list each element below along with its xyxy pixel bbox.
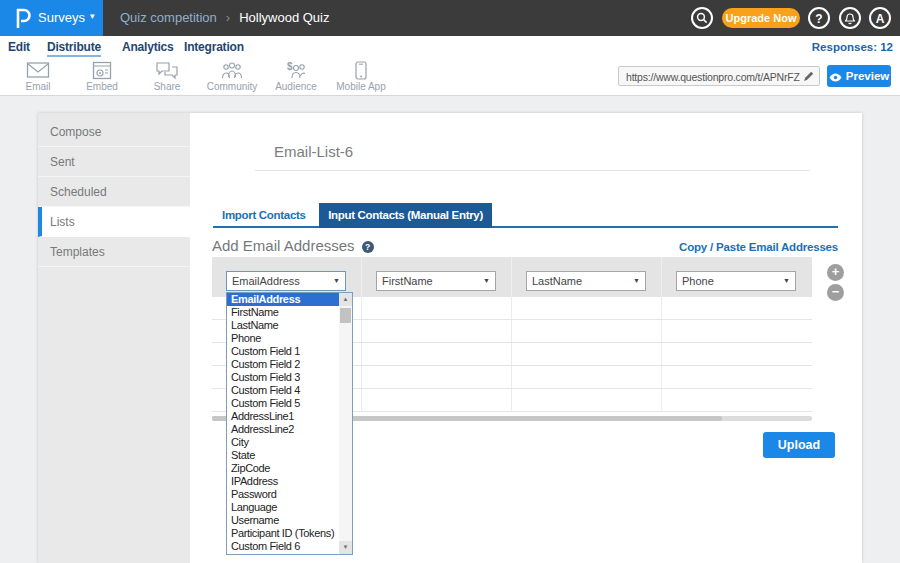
edit-url-pencil-icon[interactable] [803, 71, 814, 82]
dropdown-option[interactable]: City [227, 436, 339, 449]
grid-cell[interactable] [662, 366, 812, 388]
sidebar-item-lists[interactable]: Lists [38, 207, 190, 237]
grid-header: EmailAddress ▼ FirstName ▼ [212, 257, 812, 297]
distribute-toolbar: Email Embed Share [0, 58, 900, 96]
dropdown-option[interactable]: Custom Field 6 [227, 540, 339, 553]
grid-cell[interactable] [512, 343, 662, 365]
share-icon [155, 61, 179, 80]
grid-cell[interactable] [362, 366, 512, 388]
search-icon [696, 12, 708, 24]
grid-cell[interactable] [362, 297, 512, 319]
grid-cell[interactable] [512, 297, 662, 319]
svg-text:$: $ [287, 61, 293, 72]
page: Surveys ▾ Quiz competition›Hollywood Qui… [0, 0, 900, 563]
help-button[interactable]: ? [808, 7, 830, 29]
survey-nav: Edit Distribute Analytics Integration Re… [0, 36, 900, 58]
dropdown-option[interactable]: Custom Field 4 [227, 384, 339, 397]
responses-count[interactable]: Responses: 12 [812, 41, 893, 53]
dropdown-option[interactable]: IPAddress [227, 475, 339, 488]
select-arrow-icon: ▼ [333, 272, 340, 290]
dropdown-option[interactable]: Custom Field 3 [227, 371, 339, 384]
audience-icon: $ [284, 61, 308, 80]
dropdown-option[interactable]: AddressLine1 [227, 410, 339, 423]
grid-cell[interactable] [512, 320, 662, 342]
tool-community[interactable]: Community [200, 61, 264, 92]
grid-cell[interactable] [662, 389, 812, 411]
tab-import-contacts[interactable]: Import Contacts [213, 203, 315, 228]
search-button[interactable] [691, 7, 713, 29]
dropdown-option[interactable]: Password [227, 488, 339, 501]
chevron-down-icon: ▾ [90, 11, 95, 21]
dropdown-option[interactable]: Username [227, 514, 339, 527]
dropdown-scrollbar[interactable]: ▲ ▼ [339, 293, 352, 554]
nav-item-distribute[interactable]: Distribute [47, 40, 101, 57]
sidebar-item-compose[interactable]: Compose [38, 117, 190, 147]
email-sidebar: Compose Sent Scheduled Lists Templates [38, 113, 190, 563]
bell-icon [844, 11, 856, 25]
grid-cell[interactable] [362, 320, 512, 342]
dropdown-option[interactable]: AddressLine2 [227, 423, 339, 436]
notifications-button[interactable] [839, 7, 861, 29]
grid-cell[interactable] [512, 389, 662, 411]
scroll-up-icon[interactable]: ▲ [339, 293, 352, 306]
survey-url-value: https://www.questionpro.com/t/APNrFZ [626, 71, 807, 83]
column-select-1[interactable]: EmailAddress ▼ [226, 271, 346, 291]
nav-item-integration[interactable]: Integration [184, 40, 244, 54]
dropdown-option[interactable]: Custom Field 2 [227, 358, 339, 371]
grid-cell[interactable] [512, 366, 662, 388]
title-divider [255, 170, 810, 171]
grid-cell[interactable] [662, 343, 812, 365]
dropdown-option[interactable]: Custom Field 5 [227, 397, 339, 410]
dropdown-option[interactable]: Phone [227, 332, 339, 345]
product-label: Surveys [38, 10, 85, 25]
nav-item-edit[interactable]: Edit [8, 40, 30, 54]
scroll-down-icon[interactable]: ▼ [339, 541, 352, 554]
survey-url-field[interactable]: https://www.questionpro.com/t/APNrFZ [618, 66, 820, 86]
breadcrumb-parent[interactable]: Quiz competition [120, 10, 217, 25]
avatar: A [876, 12, 885, 26]
grid-cell[interactable] [362, 343, 512, 365]
dropdown-option[interactable]: Language [227, 501, 339, 514]
dropdown-option[interactable]: EmailAddress [227, 293, 339, 306]
column-select-3[interactable]: LastName ▼ [526, 271, 646, 291]
grid-cell[interactable] [362, 389, 512, 411]
sidebar-item-sent[interactable]: Sent [38, 147, 190, 177]
nav-item-analytics[interactable]: Analytics [122, 40, 174, 54]
help-badge-icon[interactable]: ? [362, 241, 374, 253]
sidebar-item-scheduled[interactable]: Scheduled [38, 177, 190, 207]
dropdown-option[interactable]: Participant ID (Tokens) [227, 527, 339, 540]
section-title: Add Email Addresses? [212, 237, 374, 254]
email-card: Compose Sent Scheduled Lists Templates E… [38, 113, 862, 563]
grid-cell[interactable] [662, 297, 812, 319]
dropdown-scrollbar-thumb[interactable] [340, 308, 351, 323]
upload-button[interactable]: Upload [763, 432, 835, 458]
add-row-button[interactable]: + [827, 264, 844, 281]
dropdown-option[interactable]: ZipCode [227, 462, 339, 475]
embed-icon [92, 61, 112, 80]
remove-row-button[interactable]: − [827, 284, 844, 301]
grid-cell[interactable] [662, 320, 812, 342]
tool-embed[interactable]: Embed [70, 61, 134, 92]
tool-email[interactable]: Email [6, 61, 70, 92]
dropdown-option[interactable]: FirstName [227, 306, 339, 319]
column-select-4[interactable]: Phone ▼ [676, 271, 796, 291]
breadcrumb-current: Hollywood Quiz [239, 10, 329, 25]
dropdown-option[interactable]: Custom Field 1 [227, 345, 339, 358]
community-icon [220, 61, 244, 80]
upgrade-now-button[interactable]: Upgrade Now [722, 8, 800, 28]
content-area: Compose Sent Scheduled Lists Templates E… [0, 96, 900, 563]
column-select-2[interactable]: FirstName ▼ [376, 271, 496, 291]
tool-audience[interactable]: $ Audience [264, 61, 328, 92]
tool-mobile-app[interactable]: Mobile App [329, 61, 393, 92]
copy-paste-link[interactable]: Copy / Paste Email Addresses [679, 241, 838, 253]
surveys-menu-button[interactable]: Surveys ▾ [0, 0, 103, 36]
dropdown-option[interactable]: State [227, 449, 339, 462]
account-button[interactable]: A [869, 7, 891, 29]
sidebar-item-templates[interactable]: Templates [38, 237, 190, 267]
breadcrumb-separator: › [226, 10, 230, 25]
preview-button[interactable]: Preview [827, 65, 891, 87]
tool-share[interactable]: Share [135, 61, 199, 92]
tab-input-contacts-manual[interactable]: Input Contacts (Manual Entry) [319, 203, 492, 228]
breadcrumb: Quiz competition›Hollywood Quiz [120, 10, 330, 25]
dropdown-option[interactable]: LastName [227, 319, 339, 332]
